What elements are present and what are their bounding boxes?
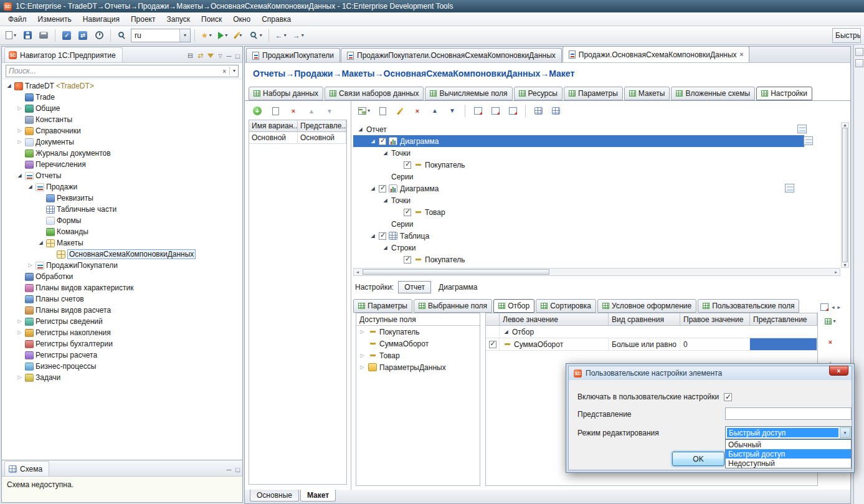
include-checkbox[interactable] <box>379 185 386 193</box>
tree-item-plany-schetov[interactable]: Планы счетов <box>2 293 242 305</box>
option-bystryy-dostup[interactable]: Быстрый доступ <box>726 449 851 459</box>
tree-item-tradedt[interactable]: ◢TradeDT<TradeDT> <box>2 80 242 92</box>
scroll-left-icon[interactable]: ◂ <box>354 270 361 274</box>
restore-view-button[interactable] <box>855 48 863 56</box>
option-obychnyy[interactable]: Обычный <box>726 440 851 449</box>
column-header-use[interactable] <box>486 313 500 325</box>
include-checkbox[interactable] <box>404 161 411 169</box>
tab-parametry-nastroek[interactable]: Параметры <box>353 299 412 313</box>
expander-icon[interactable]: ◢ <box>382 245 389 250</box>
available-field-summa-oborot[interactable]: СуммаОборот <box>356 338 480 349</box>
tree-item-prodazhi[interactable]: ◢Продажи <box>2 181 242 193</box>
combo-dropdown-button[interactable]: ▾ <box>840 427 850 438</box>
tab-makety[interactable]: Макеты <box>624 87 670 100</box>
tab-list-icon[interactable] <box>820 303 828 311</box>
edit-mode-combo[interactable]: Быстрый доступ ▾ <box>725 426 852 439</box>
filter-condition-row[interactable]: СуммаОборот Больше или равно 0 <box>486 338 817 351</box>
user-settings-button[interactable] <box>548 103 563 118</box>
editor-tab-prodazhi-pokupateli[interactable]: ПродажиПокупатели <box>246 48 340 62</box>
scroll-tabs-right-icon[interactable]: ▸ <box>837 304 840 310</box>
settings-item-tochki-2[interactable]: ◢Точки <box>353 194 840 206</box>
back-button[interactable]: ←▾ <box>273 28 289 43</box>
expander-icon[interactable]: ▷ <box>359 353 366 358</box>
settings-item-pokupatel-2[interactable]: Покупатель <box>353 254 840 265</box>
use-cell[interactable] <box>486 338 500 350</box>
available-field-pokupatel[interactable]: ▷Покупатель <box>356 326 480 338</box>
collapse-all-button[interactable]: ⊟ <box>188 52 193 60</box>
scrollbar-thumb[interactable] <box>842 128 848 262</box>
language-dropdown-button[interactable]: ▾ <box>179 29 190 42</box>
column-header-left-value[interactable]: Левое значение <box>500 313 609 325</box>
move-element-down-button[interactable]: ▼ <box>445 103 460 118</box>
search-input[interactable] <box>9 67 219 75</box>
settings-item-tablica[interactable]: ◢Таблица <box>353 230 840 242</box>
settings-item-diagramma-1[interactable]: ◢Диаграмма <box>353 135 804 147</box>
maximize-view-button[interactable]: □ <box>235 52 240 60</box>
column-header-comparison[interactable]: Вид сравнения <box>609 313 680 325</box>
menu-file[interactable]: Файл <box>2 13 32 26</box>
tree-item-formy[interactable]: Формы <box>2 215 242 226</box>
expander-icon[interactable]: ◢ <box>357 127 364 132</box>
tab-parametry[interactable]: Параметры <box>564 87 623 100</box>
expander-icon[interactable]: ▷ <box>359 330 366 335</box>
tab-vlozhennye-shemy[interactable]: Вложенные схемы <box>671 87 755 100</box>
perspective-button[interactable]: Быстры <box>832 28 861 43</box>
tree-item-registry-nakopleniya[interactable]: ▷Регистры накопления <box>2 327 242 338</box>
tree-item-tablichnye-chasti[interactable]: Табличные части <box>2 204 242 215</box>
run-menu-button[interactable]: ▾ <box>216 28 230 43</box>
update-database-button[interactable]: ⇄ <box>75 28 90 43</box>
expander-icon[interactable]: ◢ <box>369 139 376 144</box>
tab-resursy[interactable]: Ресурсы <box>514 87 563 100</box>
ok-button[interactable]: OK <box>672 452 724 466</box>
settings-item-tochki-1[interactable]: ◢Точки <box>353 147 840 159</box>
tab-vychislyaemye-polya[interactable]: Вычисляемые поля <box>425 87 512 100</box>
link-with-editor-button[interactable]: ⇄ <box>197 52 203 60</box>
tree-item-komandy[interactable]: Команды <box>2 226 242 237</box>
copy-variant-button[interactable] <box>268 103 283 118</box>
save-button[interactable] <box>20 28 35 43</box>
expander-icon[interactable]: ▷ <box>359 365 366 370</box>
option-nedostupnyy[interactable]: Недоступный <box>726 459 851 468</box>
representation-input[interactable] <box>725 407 852 420</box>
favorites-menu-button[interactable]: ★▾ <box>199 28 214 43</box>
expander-icon[interactable]: ▷ <box>16 128 23 133</box>
delete-element-button[interactable]: × <box>410 103 425 118</box>
item-settings-icon[interactable] <box>804 136 813 145</box>
expander-icon[interactable]: ▷ <box>16 106 23 111</box>
tab-maket[interactable]: Макет <box>300 490 336 502</box>
tab-nastroyki[interactable]: Настройки <box>756 87 812 100</box>
add-element-button[interactable] <box>375 103 390 118</box>
comparison-cell[interactable]: Больше или равно <box>609 338 680 350</box>
tree-item-otchety[interactable]: ◢Отчеты <box>2 170 242 181</box>
search-menu-icon[interactable]: ▾ <box>233 69 235 74</box>
search-box[interactable]: × ▾ <box>6 65 239 77</box>
expander-icon[interactable]: ◢ <box>37 240 44 245</box>
dialog-titlebar[interactable]: 1C Пользовательские настройки элемента <box>569 366 852 380</box>
horizontal-scrollbar[interactable]: ◂▸ <box>353 268 840 276</box>
edit-menu-button[interactable]: ▾ <box>232 28 247 43</box>
tree-item-zhurnaly[interactable]: Журналы документов <box>2 148 242 159</box>
tree-item-registry-svedeniy[interactable]: ▷Регистры сведений <box>2 316 242 327</box>
expander-icon[interactable]: ◢ <box>503 330 510 335</box>
include-checkbox[interactable] <box>404 256 411 264</box>
menu-edit[interactable]: Изменить <box>32 13 77 26</box>
menu-help[interactable]: Справка <box>256 13 297 26</box>
expander-icon[interactable]: ◢ <box>382 151 389 156</box>
column-header-right-value[interactable]: Правое значение <box>680 313 750 325</box>
tab-svyazi-naborov[interactable]: Связи наборов данных <box>325 87 424 100</box>
tree-item-plany-vidov-rascheta[interactable]: Планы видов расчета <box>2 305 242 316</box>
scroll-tabs-left-icon[interactable]: ◂ <box>832 304 835 310</box>
left-value-cell[interactable]: СуммаОборот <box>500 338 609 350</box>
scroll-right-icon[interactable]: ▸ <box>832 270 840 274</box>
menu-search[interactable]: Поиск <box>196 13 227 26</box>
tree-item-prodazhi-pokupateli[interactable]: ▷ПродажиПокупатели <box>2 260 242 271</box>
tab-polzovatelskie-polya[interactable]: Пользовательские поля <box>698 299 799 313</box>
available-field-parametry-dannyh[interactable]: ▷ПараметрыДанных <box>356 361 480 373</box>
group-cell[interactable]: ◢Отбор <box>500 326 817 338</box>
available-field-tovar[interactable]: ▷Товар <box>356 349 480 361</box>
expander-icon[interactable]: ◢ <box>27 184 34 189</box>
tree-item-konstanty[interactable]: Константы <box>2 114 242 125</box>
dialog-close-button[interactable]: × <box>829 366 848 376</box>
expander-icon[interactable]: ◢ <box>16 173 23 178</box>
view-menu-button[interactable]: ▽ <box>218 53 222 59</box>
